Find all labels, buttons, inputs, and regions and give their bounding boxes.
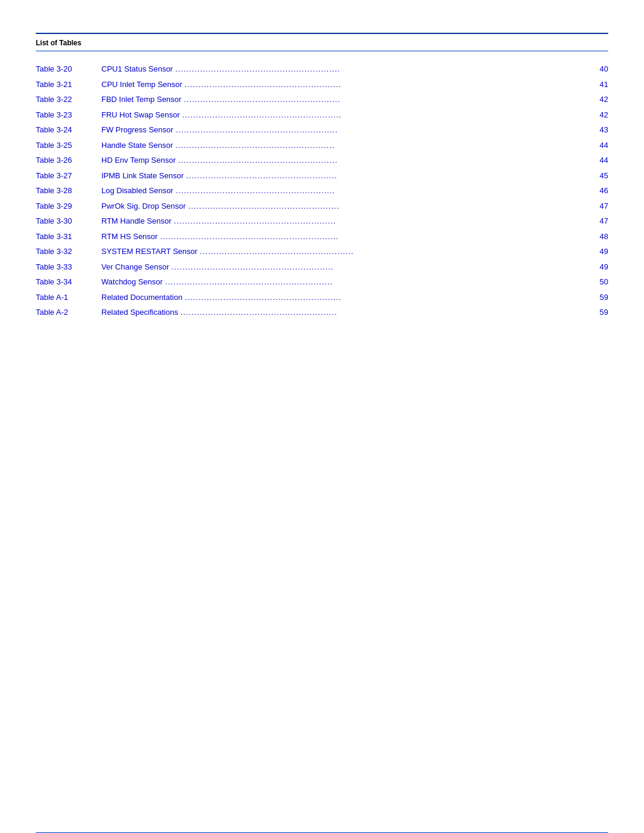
table-of-contents: Table 3-20CPU1 Status Sensor ...........… — [36, 63, 608, 318]
toc-page: 41 — [590, 79, 608, 91]
toc-page: 40 — [590, 63, 608, 75]
toc-label: Table 3-34 — [36, 276, 101, 288]
toc-title: HD Env Temp Sensor — [101, 154, 176, 166]
toc-label: Table 3-20 — [36, 63, 101, 75]
toc-label: Table 3-31 — [36, 231, 101, 243]
toc-label: Table A-2 — [36, 306, 101, 318]
toc-row[interactable]: Table 3-20CPU1 Status Sensor ...........… — [36, 63, 608, 75]
toc-dots: ........................................… — [160, 231, 588, 243]
toc-label: Table 3-25 — [36, 140, 101, 151]
toc-label: Table A-1 — [36, 292, 101, 304]
toc-page: 49 — [590, 246, 608, 258]
toc-title: Watchdog Sensor — [101, 276, 163, 288]
toc-label: Table 3-32 — [36, 246, 101, 258]
toc-title: FBD Inlet Temp Sensor — [101, 94, 181, 106]
toc-row[interactable]: Table 3-21CPU Inlet Temp Sensor ........… — [36, 79, 608, 91]
toc-page: 59 — [590, 292, 608, 304]
toc-row[interactable]: Table 3-31RTM HS Sensor ................… — [36, 231, 608, 243]
toc-dots: ........................................… — [181, 306, 588, 318]
toc-dots: ........................................… — [176, 185, 588, 197]
toc-title: Related Specifications — [101, 306, 178, 318]
toc-label: Table 3-21 — [36, 79, 101, 91]
toc-title: Handle State Sensor — [101, 140, 173, 151]
toc-label: Table 3-30 — [36, 215, 101, 227]
toc-page: 50 — [590, 276, 608, 288]
toc-row[interactable]: Table 3-33Ver Change Sensor ............… — [36, 261, 608, 273]
toc-title: CPU Inlet Temp Sensor — [101, 79, 182, 91]
toc-dots: ........................................… — [176, 124, 588, 136]
toc-title: Related Documentation — [101, 292, 182, 304]
toc-row[interactable]: Table 3-30RTM Handle Sensor ............… — [36, 215, 608, 227]
toc-dots: ........................................… — [175, 63, 588, 75]
toc-row[interactable]: Table 3-26HD Env Temp Sensor ...........… — [36, 154, 608, 166]
toc-dots: ........................................… — [165, 276, 588, 288]
toc-title: RTM Handle Sensor — [101, 215, 172, 227]
header-bottom-rule — [36, 51, 608, 51]
toc-dots: ........................................… — [185, 292, 588, 304]
toc-label: Table 3-33 — [36, 261, 101, 273]
toc-title: RTM HS Sensor — [101, 231, 157, 243]
toc-label: Table 3-24 — [36, 124, 101, 136]
toc-label: Table 3-22 — [36, 94, 101, 106]
toc-page: 44 — [590, 154, 608, 166]
section-title: List of Tables — [36, 34, 608, 51]
toc-page: 45 — [590, 170, 608, 182]
toc-label: Table 3-29 — [36, 200, 101, 212]
toc-page: 42 — [590, 109, 608, 121]
toc-page: 59 — [590, 306, 608, 318]
toc-dots: ........................................… — [188, 200, 588, 212]
toc-dots: ........................................… — [182, 109, 589, 121]
toc-dots: ........................................… — [184, 94, 588, 106]
toc-title: SYSTEM RESTART Sensor — [101, 246, 197, 258]
toc-dots: ........................................… — [186, 170, 588, 182]
page-container: List of Tables Table 3-20CPU1 Status Sen… — [0, 33, 644, 833]
toc-page: 44 — [590, 140, 608, 151]
toc-row[interactable]: Table 3-25Handle State Sensor ..........… — [36, 140, 608, 151]
toc-row[interactable]: Table 3-29PwrOk Sig. Drop Sensor .......… — [36, 200, 608, 212]
toc-label: Table 3-27 — [36, 170, 101, 182]
toc-row[interactable]: Table 3-32SYSTEM RESTART Sensor ........… — [36, 246, 608, 258]
toc-title: CPU1 Status Sensor — [101, 63, 173, 75]
toc-title: IPMB Link State Sensor — [101, 170, 184, 182]
toc-dots: ........................................… — [171, 261, 588, 273]
toc-page: 46 — [590, 185, 608, 197]
toc-dots: ........................................… — [175, 140, 588, 151]
toc-label: Table 3-28 — [36, 185, 101, 197]
toc-title: Ver Change Sensor — [101, 261, 169, 273]
toc-page: 43 — [590, 124, 608, 136]
toc-title: FW Progress Sensor — [101, 124, 174, 136]
toc-row[interactable]: Table 3-23FRU Hot Swap Sensor ..........… — [36, 109, 608, 121]
toc-label: Table 3-26 — [36, 154, 101, 166]
toc-page: 49 — [590, 261, 608, 273]
toc-title: PwrOk Sig. Drop Sensor — [101, 200, 186, 212]
toc-dots: ........................................… — [185, 79, 588, 91]
toc-page: 47 — [590, 215, 608, 227]
toc-title: FRU Hot Swap Sensor — [101, 109, 180, 121]
toc-row[interactable]: Table 3-34Watchdog Sensor ..............… — [36, 276, 608, 288]
toc-row[interactable]: Table 3-28Log Disabled Sensor ..........… — [36, 185, 608, 197]
toc-row[interactable]: Table A-1Related Documentation .........… — [36, 292, 608, 304]
toc-row[interactable]: Table A-2Related Specifications ........… — [36, 306, 608, 318]
toc-dots: ........................................… — [178, 154, 588, 166]
toc-label: Table 3-23 — [36, 109, 101, 121]
toc-row[interactable]: Table 3-27IPMB Link State Sensor .......… — [36, 170, 608, 182]
toc-row[interactable]: Table 3-24FW Progress Sensor ...........… — [36, 124, 608, 136]
toc-page: 48 — [590, 231, 608, 243]
toc-title: Log Disabled Sensor — [101, 185, 174, 197]
toc-dots: ........................................… — [174, 215, 588, 227]
toc-page: 42 — [590, 94, 608, 106]
toc-dots: ........................................… — [200, 246, 588, 258]
toc-page: 47 — [590, 200, 608, 212]
toc-row[interactable]: Table 3-22FBD Inlet Temp Sensor ........… — [36, 94, 608, 106]
